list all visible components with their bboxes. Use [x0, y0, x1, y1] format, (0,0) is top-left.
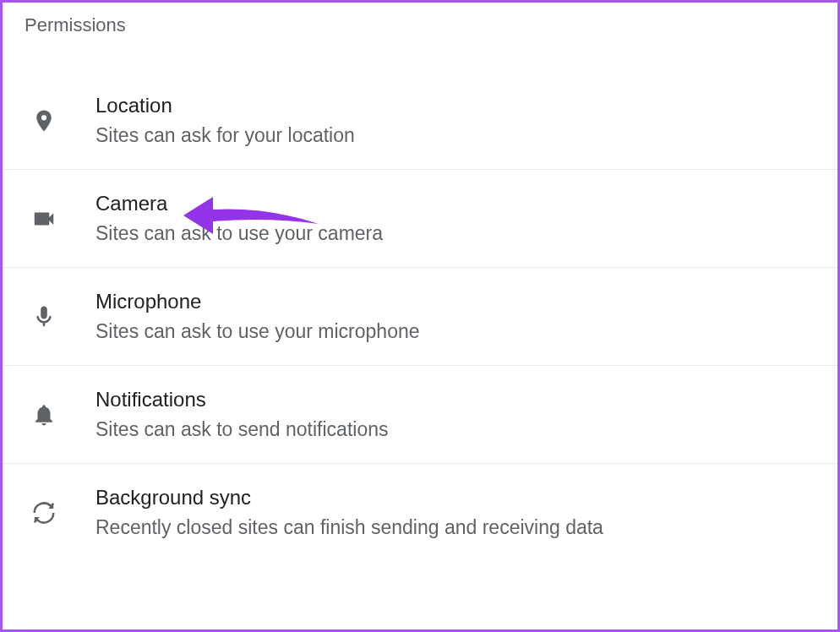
row-text: Microphone Sites can ask to use your mic… [95, 290, 837, 343]
permission-row-location[interactable]: Location Sites can ask for your location [3, 72, 837, 170]
permissions-panel: Permissions Location Sites can ask for y… [0, 0, 840, 632]
row-title: Location [95, 94, 837, 117]
row-subtitle: Recently closed sites can finish sending… [95, 516, 837, 539]
row-text: Background sync Recently closed sites ca… [95, 486, 837, 539]
row-text: Camera Sites can ask to use your camera [95, 192, 837, 245]
microphone-icon [25, 304, 95, 330]
camera-icon [25, 206, 95, 232]
location-icon [25, 108, 95, 133]
permission-row-camera[interactable]: Camera Sites can ask to use your camera [3, 170, 837, 268]
permissions-list: Location Sites can ask for your location… [3, 72, 837, 561]
sync-icon [25, 500, 95, 526]
row-subtitle: Sites can ask to use your camera [95, 222, 837, 245]
row-subtitle: Sites can ask to send notifications [95, 418, 837, 441]
notifications-icon [25, 402, 95, 428]
row-title: Background sync [95, 486, 837, 509]
row-text: Location Sites can ask for your location [95, 94, 837, 147]
permission-row-microphone[interactable]: Microphone Sites can ask to use your mic… [3, 268, 837, 366]
permission-row-notifications[interactable]: Notifications Sites can ask to send noti… [3, 366, 837, 464]
row-title: Microphone [95, 290, 837, 313]
row-subtitle: Sites can ask for your location [95, 124, 837, 147]
section-title: Permissions [3, 3, 837, 36]
permission-row-background-sync[interactable]: Background sync Recently closed sites ca… [3, 464, 837, 561]
row-text: Notifications Sites can ask to send noti… [95, 388, 837, 441]
row-title: Notifications [95, 388, 837, 411]
row-subtitle: Sites can ask to use your microphone [95, 320, 837, 343]
row-title: Camera [95, 192, 837, 215]
